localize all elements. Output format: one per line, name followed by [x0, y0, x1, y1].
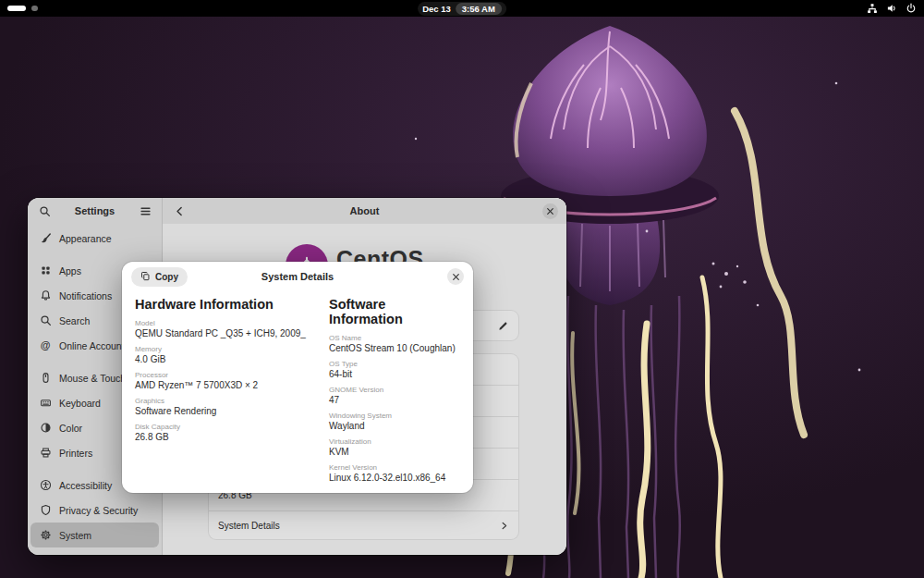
apps-grid-icon: [39, 264, 52, 277]
hw-graphics: Graphics Software Rendering: [135, 397, 312, 416]
copy-icon: [140, 271, 151, 283]
gear-icon: [39, 529, 52, 541]
color-profile-icon: [39, 422, 52, 434]
volume-icon: [886, 3, 897, 14]
at-icon: @: [39, 340, 52, 350]
sw-gnome-version: GNOME Version 47: [329, 386, 460, 405]
content-headerbar: About: [163, 198, 566, 224]
chevron-right-icon: [499, 521, 509, 531]
sidebar-item-privacy-security[interactable]: Privacy & Security: [30, 498, 159, 523]
page-title: About: [163, 205, 566, 216]
keyboard-icon: [39, 397, 52, 409]
sidebar-item-label: Notifications: [59, 290, 112, 301]
sidebar-item-label: Accessibility: [59, 480, 112, 491]
dialog-close-button[interactable]: [447, 268, 464, 285]
sidebar-item-system[interactable]: System: [30, 523, 159, 547]
sidebar-item-label: Appearance: [59, 233, 112, 244]
hw-model: Model QEMU Standard PC _Q35 + ICH9, 2009…: [135, 319, 312, 338]
sidebar-item-label: Color: [59, 423, 82, 434]
dialog-headerbar: Copy System Details: [122, 262, 473, 291]
edit-pencil-icon[interactable]: [497, 320, 509, 332]
top-bar: Dec 13 3:56 AM: [0, 0, 924, 17]
appearance-icon: [39, 232, 52, 244]
system-details-row[interactable]: System Details: [209, 511, 518, 539]
hw-memory: Memory 4.0 GiB: [135, 345, 312, 364]
hardware-column: Hardware Information Model QEMU Standard…: [135, 293, 312, 489]
sidebar-headerbar: Settings: [28, 198, 162, 224]
search-button[interactable]: [36, 203, 53, 219]
hardware-heading: Hardware Information: [135, 297, 312, 312]
clock-button[interactable]: Dec 13 3:56 AM: [418, 2, 506, 16]
sidebar-item-label: System: [59, 530, 91, 541]
printer-icon: [39, 447, 52, 459]
desktop: Dec 13 3:56 AM Settings: [0, 0, 924, 578]
power-icon: [906, 3, 917, 14]
copy-button-label: Copy: [155, 272, 178, 282]
software-column: Software Information OS Name CentOS Stre…: [329, 293, 460, 489]
sw-windowing-system: Windowing System Wayland: [329, 412, 460, 431]
copy-button[interactable]: Copy: [131, 267, 188, 287]
sidebar-item-label: Online Accounts: [59, 340, 129, 351]
dialog-body: Hardware Information Model QEMU Standard…: [122, 291, 473, 489]
sw-kernel-version: Kernel Version Linux 6.12.0-32.el10.x86_…: [329, 463, 460, 483]
shield-icon: [39, 504, 52, 516]
hw-disk: Disk Capacity 26.8 GB: [135, 423, 312, 442]
time-label: 3:56 AM: [456, 3, 502, 15]
system-status-area[interactable]: [867, 3, 917, 14]
sidebar-item-appearance[interactable]: Appearance: [30, 226, 159, 251]
date-label: Dec 13: [422, 4, 451, 14]
window-title: Settings: [75, 205, 115, 216]
system-details-dialog: Copy System Details Hardware Information…: [122, 262, 473, 493]
sidebar-item-label: Keyboard: [59, 398, 101, 409]
active-workspace-indicator[interactable]: [7, 6, 26, 11]
software-heading: Software Information: [329, 297, 460, 326]
accessibility-icon: [39, 479, 52, 491]
mouse-icon: [39, 372, 52, 384]
sidebar-item-label: Privacy & Security: [59, 505, 138, 516]
bell-icon: [39, 289, 52, 301]
hw-processor: Processor AMD Ryzen™ 7 5700X3D × 2: [135, 371, 312, 390]
workspace-switcher[interactable]: [7, 6, 38, 11]
sidebar-item-label: Apps: [59, 265, 81, 277]
sw-os-type: OS Type 64-bit: [329, 360, 460, 379]
network-icon: [867, 3, 878, 14]
sw-virtualization: Virtualization KVM: [329, 437, 460, 457]
magnifier-icon: [39, 314, 52, 326]
sw-os-name: OS Name CentOS Stream 10 (Coughlan): [329, 334, 460, 353]
window-close-button[interactable]: [542, 203, 558, 219]
main-menu-button[interactable]: [137, 203, 153, 219]
system-details-label: System Details: [218, 521, 280, 531]
inactive-workspace-indicator[interactable]: [31, 6, 38, 11]
sidebar-item-label: Search: [59, 315, 90, 326]
sidebar-item-label: Printers: [59, 448, 92, 459]
settings-window: Settings Appearance Apps Notifications: [28, 198, 566, 555]
